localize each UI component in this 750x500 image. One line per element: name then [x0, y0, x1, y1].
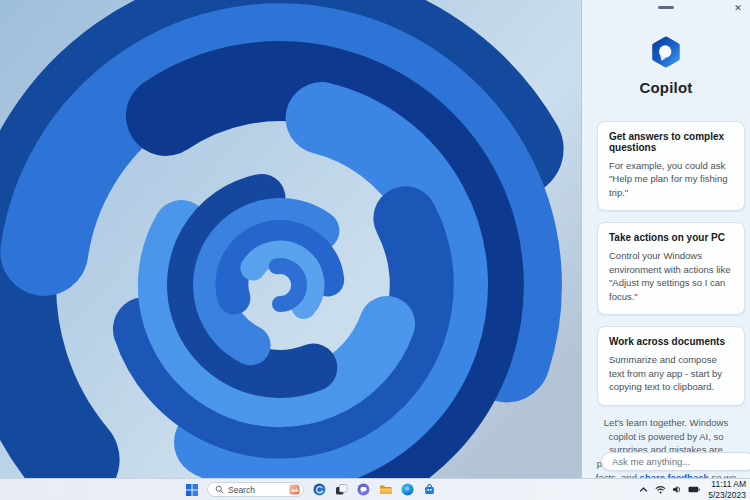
chat-icon: [357, 483, 370, 496]
chat-button[interactable]: [357, 483, 370, 496]
card-documents: Work across documents Summarize and comp…: [597, 326, 745, 405]
card-body: For example, you could ask "Help me plan…: [609, 159, 733, 199]
card-title: Work across documents: [609, 336, 733, 347]
search-label: Search: [228, 485, 285, 495]
taskbar-app-icons: Search: [185, 479, 436, 500]
search-highlight-icon[interactable]: [289, 484, 300, 495]
clock-time: 11:11 AM: [708, 479, 746, 489]
taskbar-copilot-button[interactable]: [313, 483, 326, 496]
copilot-taskbar-icon: [313, 483, 326, 496]
card-title: Get answers to complex questions: [609, 131, 733, 153]
desktop-wallpaper: [0, 0, 581, 478]
clock-date: 5/23/2023: [708, 490, 746, 500]
store-icon: [423, 483, 436, 496]
task-view-icon: [335, 483, 348, 496]
panel-title: Copilot: [582, 79, 750, 96]
search-box[interactable]: Search: [207, 482, 304, 497]
task-view-button[interactable]: [335, 483, 348, 496]
windows-desktop-screen: ✕ Copilot Get answers to complex questio…: [0, 0, 750, 500]
edge-icon: [401, 483, 414, 496]
search-icon: [215, 485, 224, 494]
panel-drag-handle[interactable]: [658, 6, 674, 9]
wifi-icon[interactable]: [654, 484, 666, 496]
card-complex-questions: Get answers to complex questions For exa…: [597, 121, 745, 211]
store-button[interactable]: [423, 483, 436, 496]
system-tray: 11:11 AM 5/23/2023: [637, 479, 746, 500]
hidden-icons-chevron-icon[interactable]: [637, 484, 649, 496]
file-explorer-button[interactable]: [379, 483, 392, 496]
bloom-wallpaper-graphic: [0, 0, 581, 478]
start-button[interactable]: [185, 483, 198, 496]
battery-icon[interactable]: [688, 484, 700, 496]
edge-button[interactable]: [401, 483, 414, 496]
ask-me-anything-input[interactable]: [601, 452, 750, 471]
card-title: Take actions on your PC: [609, 232, 733, 243]
file-explorer-icon: [379, 483, 392, 496]
copilot-logo-icon: [650, 36, 682, 68]
card-body: Summarize and compose text from any app …: [609, 353, 733, 393]
clock[interactable]: 11:11 AM 5/23/2023: [708, 479, 746, 499]
chat-input-row: [595, 452, 745, 471]
volume-icon[interactable]: [671, 484, 683, 496]
copilot-panel: ✕ Copilot Get answers to complex questio…: [581, 0, 750, 478]
card-pc-actions: Take actions on your PC Control your Win…: [597, 222, 745, 315]
card-body: Control your Windows environment with ac…: [609, 249, 733, 303]
close-icon[interactable]: ✕: [731, 1, 745, 15]
suggestion-cards: Get answers to complex questions For exa…: [597, 121, 745, 406]
taskbar: Search: [0, 478, 750, 500]
windows-logo-icon: [186, 484, 198, 496]
